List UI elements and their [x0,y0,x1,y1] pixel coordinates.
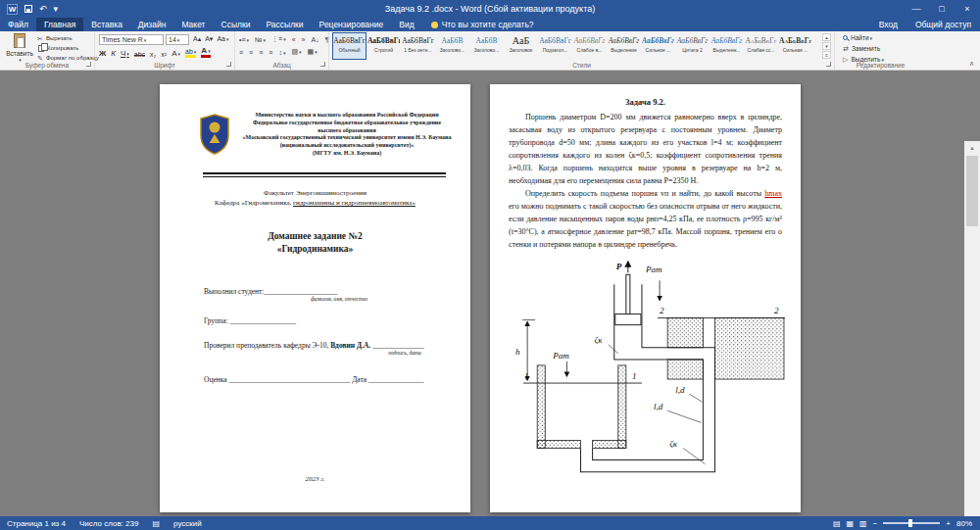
style-card[interactable]: АаБбВвГг Обычный [333,33,366,59]
style-card[interactable]: АаБбВ Заголово... [470,33,503,59]
faculty-line: Факультет Энергомашиностроения [160,189,470,197]
style-label: Сильное ... [642,47,674,53]
style-label: Заголово... [470,47,503,53]
line-spacing-icon[interactable]: ↕ [278,49,285,56]
bullets-icon[interactable]: •≡ [239,36,249,43]
style-card[interactable]: АаБбВвГг Выделение [608,33,640,59]
numbering-icon[interactable]: № [255,36,266,43]
find-button[interactable]: Найти [843,34,872,41]
style-card[interactable]: АаБбВвГг Сильная ... [779,33,811,59]
cut-button[interactable]: ✂ Вырезать [37,33,99,43]
style-label: Заголово... [436,47,468,53]
style-card[interactable]: АаБ Заголовок [505,33,537,59]
decrease-indent-icon[interactable]: « [292,36,296,43]
zeta-label-top: ζк [595,335,604,345]
document-canvas[interactable]: Министерство науки и высшего образования… [0,71,980,516]
page-indicator[interactable]: Страница 1 из 4 [0,519,73,528]
zoom-level[interactable]: 80% [956,519,972,528]
qat-customize-icon[interactable]: ▾ [54,5,59,14]
ribbon-tab[interactable]: Вставка [83,18,130,31]
bold-button[interactable]: Ж [99,49,106,58]
style-card[interactable]: АаБбВвГг Сильное ... [642,33,674,59]
align-left-icon[interactable]: ≡ [239,49,243,56]
superscript-button[interactable]: x² [161,51,167,58]
sort-icon[interactable]: А↓ [312,36,319,43]
undo-icon[interactable]: ↶ [39,5,47,14]
web-layout-icon[interactable]: ▥ [859,519,867,528]
document-page-1[interactable]: Министерство науки и высшего образования… [160,84,470,512]
ribbon-tab[interactable]: Дизайн [130,18,174,31]
subscript-button[interactable]: x₂ [150,51,156,58]
italic-button[interactable]: К [111,49,116,58]
share-button[interactable]: Общий доступ [906,20,980,29]
scroll-up-icon[interactable]: ▲ [964,141,980,154]
borders-icon[interactable]: ▦ [308,48,318,56]
style-card[interactable]: АаБбВвГг Строгий [368,33,400,59]
align-right-icon[interactable]: ≡ [259,49,263,56]
text-effects-button[interactable]: А [172,49,180,58]
style-card[interactable]: АаБбВвГг Слабое в... [573,33,606,59]
style-card[interactable]: АаБбВвГг Подзагол... [539,33,571,59]
document-page-2[interactable]: Задача 9.2. Поршень диаметром D=200 мм д… [490,84,801,512]
zoom-in-button[interactable]: + [946,519,951,528]
paste-button[interactable]: Вставить [5,33,34,63]
style-preview: АаБбВ [470,35,503,47]
grow-font-button[interactable]: А▴ [193,35,201,43]
minimize-button[interactable]: — [904,0,929,18]
collapse-ribbon-button[interactable]: ∧ [969,60,974,68]
ribbon-tab[interactable]: Макет [173,18,213,31]
increase-indent-icon[interactable]: » [302,36,306,43]
ribbon-tab[interactable]: Вид [391,18,421,31]
scrollbar-thumb[interactable] [966,156,978,226]
ribbon-tab[interactable]: Файл [0,18,36,31]
zoom-slider-thumb[interactable] [908,519,912,527]
ribbon-tab[interactable]: Ссылки [214,18,259,31]
print-layout-icon[interactable]: ▦ [847,519,855,528]
shrink-font-button[interactable]: А▾ [205,35,213,43]
ribbon-tab[interactable]: Главная [36,18,83,31]
ribbon-tab[interactable]: Рассылки [258,18,311,31]
vertical-scrollbar[interactable]: ▲ [964,141,980,530]
zeta-label-bottom: ζк [669,439,678,449]
zoom-slider[interactable] [883,522,940,524]
strikethrough-button[interactable]: abc [134,51,145,58]
tell-me-box[interactable]: Что вы хотите сделать? [422,18,543,31]
word-count[interactable]: Число слов: 239 [73,519,145,528]
replace-button[interactable]: ⇄ Заменить [843,45,880,52]
font-color-button[interactable]: А [201,47,210,58]
style-card[interactable]: АаБбВвГг Цитата 2 [676,33,709,59]
underline-button[interactable]: Ч [121,49,129,58]
h-dimension-label: h [515,347,520,357]
change-case-button[interactable]: Аа [217,35,228,43]
justify-icon[interactable]: ≡ [269,49,272,56]
gallery-up-button[interactable]: ▴ [822,33,831,41]
copy-button[interactable]: Копировать [37,43,99,53]
restore-button[interactable]: □ [929,0,955,18]
sign-in-button[interactable]: Вход [870,20,906,29]
highlight-color-button[interactable]: ab [185,48,196,58]
proofing-book-icon[interactable]: ▤ [145,519,167,528]
zoom-out-button[interactable]: − [873,519,878,528]
ribbon-tab[interactable]: Рецензирование [312,18,392,31]
font-name-combobox[interactable]: Times New R [99,34,164,45]
homework-title: Домашнее задание №2 [160,231,470,241]
style-card[interactable]: АаБбВ Заголово... [436,33,468,59]
checker-name: Вдовин Д.А. [330,341,370,350]
save-icon[interactable] [24,5,32,13]
titlebar: W ↶ ▾ Задача 9.2 .docx - Word (Сбой акти… [0,0,980,18]
style-card[interactable]: АаБбВвГг Слабая сс... [745,33,777,59]
align-center-icon[interactable]: ≡ [249,49,253,56]
gallery-down-button[interactable]: ▾ [822,42,831,50]
multilevel-list-icon[interactable]: ⋮≡ [271,35,286,43]
shading-icon[interactable]: ▨ [291,48,301,56]
department-link[interactable]: гидромашины и гидропневмоавтоматика» [293,199,416,207]
style-card[interactable]: АаБбВвГг Выделенн... [710,33,743,59]
style-preview: АаБбВвГг [608,35,640,47]
gallery-more-button[interactable]: ≡ [822,51,831,59]
font-size-combobox[interactable]: 14 [166,34,189,45]
pilcrow-icon[interactable]: ¶ [325,36,329,43]
style-card[interactable]: АаБбВвГг 1 Без инте... [402,33,434,59]
read-mode-icon[interactable]: ▤ [833,519,841,528]
close-button[interactable]: × [955,0,980,18]
language-indicator[interactable]: русский [167,519,209,528]
